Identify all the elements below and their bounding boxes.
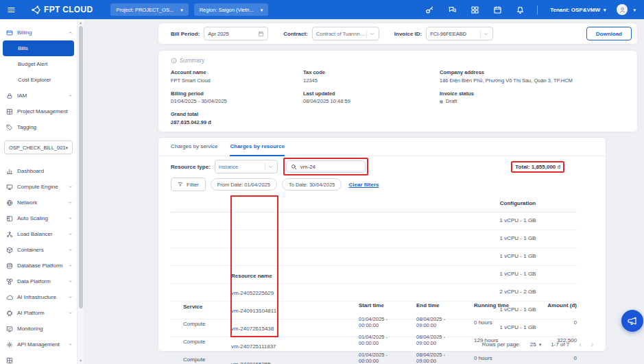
total-currency: đ xyxy=(558,164,560,170)
apps-icon[interactable] xyxy=(470,5,479,14)
sidebar-item-project-management[interactable]: Project Management xyxy=(0,104,77,119)
scroll-up-icon[interactable]: ▲ xyxy=(77,21,84,25)
invoice-id-value: FCI-96FEEABD xyxy=(430,31,466,37)
tag-icon xyxy=(6,124,13,131)
avatar-caret-icon[interactable]: ▾ xyxy=(633,8,636,12)
resource-controls-row: Resource type: Instance vm-24 Total: 1,8… xyxy=(158,156,606,177)
bill-period-value: Apr 2025 xyxy=(208,31,228,37)
resource-type-label: Resource type: xyxy=(171,164,211,170)
sidebar-item-iam[interactable]: IAM xyxy=(0,88,77,104)
person-icon xyxy=(619,6,626,14)
sidebar-item-tagging[interactable]: Tagging xyxy=(0,119,77,135)
sidebar-item-billing[interactable]: Billing xyxy=(0,25,77,40)
cell-configuration: 1 vCPU - 1 GB xyxy=(296,324,644,364)
clear-filters-link[interactable]: Clear filters xyxy=(348,182,379,188)
sidebar-item-label: API Management xyxy=(17,341,60,348)
sidebar-item-load-balancer[interactable]: Load Balancer xyxy=(0,226,77,242)
filters-row: Filter From Date: 01/04/2025To Date: 30/… xyxy=(158,177,606,195)
chevron-down-icon xyxy=(369,31,375,37)
charges-tabs: Charges by service Charges by resource xyxy=(158,138,606,156)
chevron-down-icon xyxy=(68,311,73,315)
invoice-id-label: Invoice ID: xyxy=(394,31,422,37)
summary-field-value: 01/04/2025 - 30/04/2025 xyxy=(171,98,303,104)
chat-icon[interactable] xyxy=(448,5,457,14)
calendar-icon[interactable] xyxy=(493,5,502,14)
resource-type-select[interactable]: Instance xyxy=(215,160,278,173)
hamburger-menu-icon[interactable] xyxy=(7,5,16,14)
sidebar-item-ai-infrastructure[interactable]: AI Infrastructure xyxy=(0,289,77,305)
summary-field-value: FPT Smart Cloud xyxy=(171,77,303,84)
date-filter-chip[interactable]: From Date: 01/04/2025 xyxy=(211,178,277,191)
sidebar-item-label: Bills xyxy=(18,45,28,51)
main-content: Bill Period: Apr 2025 Contract: Contract… xyxy=(84,19,644,364)
sidebar-item-partial[interactable] xyxy=(0,352,77,364)
tab-charges-by-resource[interactable]: Charges by resource xyxy=(230,138,285,156)
region-selector[interactable]: Region: Saigon (Vietn... ▾ xyxy=(194,3,269,16)
sidebar-project-select[interactable]: OSP_CHECK_BILL_001 ▾ xyxy=(4,141,73,154)
invoice-id-select[interactable]: FCI-96FEEABD xyxy=(426,27,493,40)
summary-field-label: Billing period xyxy=(171,90,303,97)
contract-label: Contract: xyxy=(283,31,308,37)
sidebar-item-auto-scaling[interactable]: Auto Scaling xyxy=(0,210,77,226)
sidebar-scrollbar[interactable]: ▲ ▼ xyxy=(77,19,84,364)
chevron-down-icon xyxy=(68,342,73,347)
scroll-down-icon[interactable]: ▼ xyxy=(77,359,84,363)
sidebar-item-ai-platform[interactable]: AI Platform xyxy=(0,305,77,321)
top-header: FPT CLOUD Project: PROJECT_OS... ▾ Regio… xyxy=(0,0,644,19)
filter-button[interactable]: Filter xyxy=(171,178,206,191)
avatar[interactable] xyxy=(617,4,628,15)
caret-down-icon: ▾ xyxy=(180,8,183,12)
bill-period-label: Bill Period: xyxy=(171,31,200,37)
contract-value: Contract of Tuannn52... xyxy=(316,31,366,37)
search-icon xyxy=(291,164,297,170)
bill-filter-bar: Bill Period: Apr 2025 Contract: Contract… xyxy=(158,23,638,45)
sidebar-item-database-platform[interactable]: Database Platform xyxy=(0,258,77,274)
sidebar-item-label: IAM xyxy=(17,93,27,99)
sidebar-item-dashboard[interactable]: Dashboard xyxy=(0,163,77,179)
sidebar-item-label: Containers xyxy=(17,247,44,253)
contract-select[interactable]: Contract of Tuannn52... xyxy=(312,27,379,40)
sidebar-item-data-platform[interactable]: Data Platform xyxy=(0,274,77,289)
sidebar-item-cost-explorer[interactable]: Cost Explorer xyxy=(0,72,77,88)
key-icon[interactable] xyxy=(425,5,434,14)
bell-icon[interactable] xyxy=(516,5,525,14)
summary-field-value: 186 Điện Biên Phủ, Phường Võ Thị Sáu, Qu… xyxy=(440,77,625,84)
bill-period-input[interactable]: Apr 2025 xyxy=(204,27,268,40)
logo-text: FPT CLOUD xyxy=(44,5,93,14)
sidebar-item-budget-alert[interactable]: Budget Alert xyxy=(0,56,77,72)
chevron-down-icon xyxy=(68,216,73,221)
project-selector-label: Project: PROJECT_OS... xyxy=(116,7,174,13)
sidebar-item-bills[interactable]: Bills xyxy=(3,40,74,56)
funnel-icon xyxy=(178,182,183,187)
summary-field-billing-period: Billing period01/04/2025 - 30/04/2025 xyxy=(171,90,303,105)
search-input[interactable]: vm-24 xyxy=(286,160,366,173)
sidebar-item-label: AI Infrastructure xyxy=(17,294,56,300)
fpt-logo-icon xyxy=(31,5,41,15)
megaphone-icon xyxy=(627,315,638,326)
tab-charges-by-service[interactable]: Charges by service xyxy=(171,138,217,156)
scrollbar-thumb[interactable] xyxy=(79,26,83,308)
charges-table: ServiceResource nameConfigurationStart t… xyxy=(171,195,577,337)
annotation-box-total: Total: 1,855,000 đ xyxy=(511,161,564,173)
sidebar-item-network[interactable]: Network xyxy=(0,195,77,210)
sidebar-item-monitoring[interactable]: Monitoring xyxy=(0,321,77,337)
sidebar-item-api-management[interactable]: API Management xyxy=(0,337,77,352)
announcement-fab[interactable] xyxy=(621,310,643,332)
project-selector[interactable]: Project: PROJECT_OS... ▾ xyxy=(110,3,188,16)
download-button[interactable]: Download xyxy=(586,27,632,40)
sidebar-item-label: Cost Explorer xyxy=(18,77,51,83)
status-dot xyxy=(440,100,443,104)
total-label: Total: xyxy=(515,164,529,170)
sidebar-item-containers[interactable]: Containers xyxy=(0,242,77,258)
database-icon xyxy=(6,263,13,269)
network-icon xyxy=(6,199,13,206)
tenant-selector[interactable]: Tenant: OSP&VMW ▾ xyxy=(550,7,606,13)
sidebar-project-select-value: OSP_CHECK_BILL_001 xyxy=(9,145,66,151)
header-action-icons xyxy=(425,5,525,14)
summary-field-label: Tax code xyxy=(303,69,440,75)
sidebar-item-compute-engine[interactable]: Compute Engine xyxy=(0,179,77,195)
fpt-cloud-logo[interactable]: FPT CLOUD xyxy=(31,5,93,15)
date-filter-chip[interactable]: To Date: 30/04/2025 xyxy=(282,178,342,191)
sidebar-item-label: Dashboard xyxy=(17,168,44,174)
summary-field-label: Grand total xyxy=(171,111,303,117)
